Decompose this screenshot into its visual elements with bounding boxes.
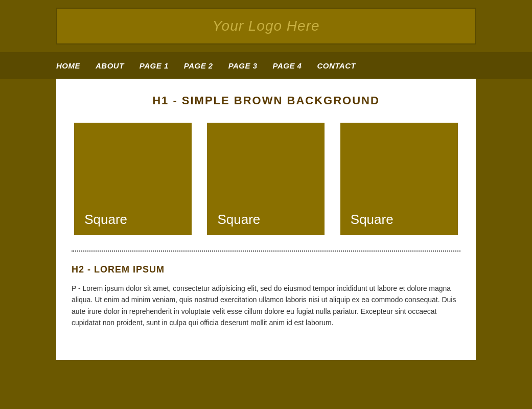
square-box-3: Square [340,123,458,235]
h2-title: H2 - LOREM IPSUM [72,264,460,275]
body-text: P - Lorem ipsum dolor sit amet, consecte… [72,283,460,329]
square-label-1: Square [84,212,127,228]
nav-item-page1[interactable]: PAGE 1 [140,61,169,70]
square-box-2: Square [207,123,325,235]
logo-box: Your Logo Here [56,8,476,44]
navigation: HOMEABOUTPAGE 1PAGE 2PAGE 3PAGE 4CONTACT [0,52,532,79]
nav-item-contact[interactable]: CONTACT [317,61,356,70]
page-title: H1 - SIMPLE BROWN BACKGROUND [72,94,460,107]
square-label-3: Square [351,212,394,228]
logo-text: Your Logo Here [212,18,319,34]
content-area: H1 - SIMPLE BROWN BACKGROUND SquareSquar… [56,79,476,360]
header: Your Logo Here [0,0,532,52]
squares-container: SquareSquareSquare [72,123,460,235]
nav-item-about[interactable]: ABOUT [96,61,124,70]
nav-item-page3[interactable]: PAGE 3 [228,61,258,70]
nav-item-page4[interactable]: PAGE 4 [273,61,302,70]
square-box-1: Square [74,123,192,235]
main-content: H1 - SIMPLE BROWN BACKGROUND SquareSquar… [0,79,532,380]
nav-item-home[interactable]: HOME [56,61,80,70]
divider [72,251,460,252]
nav-item-page2[interactable]: PAGE 2 [184,61,213,70]
square-label-2: Square [217,212,260,228]
